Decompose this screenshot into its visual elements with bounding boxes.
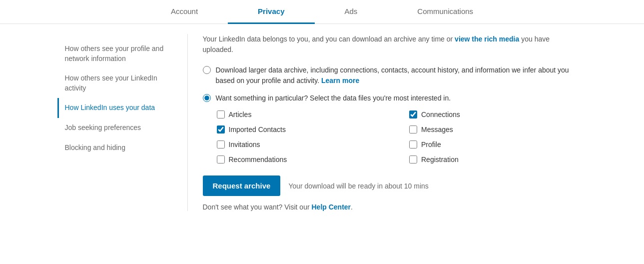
checkbox-item-invitations: Invitations [217,140,390,148]
checkboxes-grid: Articles Connections Imported Contacts M… [217,110,582,164]
checkbox-item-recommendations: Recommendations [217,156,390,164]
radio-particular-data[interactable] [203,94,211,102]
radio-larger-archive-text: Download larger data archive, including … [216,66,569,84]
top-nav: Account Privacy Ads Communications [0,0,644,24]
checkbox-item-connections: Connections [409,110,582,118]
sidebar-item-linkedin-activity[interactable]: How others see your LinkedIn activity [57,68,177,98]
radio-larger-archive-label[interactable]: Download larger data archive, including … [216,65,582,86]
checkbox-item-registration: Registration [409,156,582,164]
description-prefix: Your LinkedIn data belongs to you, and y… [203,35,455,43]
checkbox-messages-label[interactable]: Messages [421,126,453,134]
checkbox-connections[interactable] [409,110,417,118]
help-text-suffix: . [351,203,353,211]
page-layout: How others see your profile and network … [47,24,597,221]
rich-media-link[interactable]: view the rich media [455,35,519,43]
checkbox-item-imported-contacts: Imported Contacts [217,126,390,134]
request-archive-button[interactable]: Request archive [203,176,281,196]
checkbox-item-profile: Profile [409,140,582,148]
checkbox-connections-label[interactable]: Connections [421,110,460,118]
checkbox-imported-contacts[interactable] [217,126,225,134]
checkbox-articles[interactable] [217,110,225,118]
nav-item-ads[interactable]: Ads [315,0,388,24]
main-content: Your LinkedIn data belongs to you, and y… [187,34,597,211]
checkbox-registration-label[interactable]: Registration [421,156,459,164]
nav-item-privacy[interactable]: Privacy [228,0,314,24]
checkbox-registration[interactable] [409,156,417,164]
checkbox-invitations[interactable] [217,140,225,148]
radio-option-larger-archive: Download larger data archive, including … [203,65,582,86]
checkbox-item-messages: Messages [409,126,582,134]
help-text: Don't see what you want? Visit our Help … [203,203,582,211]
nav-item-communications[interactable]: Communications [387,0,503,24]
help-center-link[interactable]: Help Center [311,203,351,211]
checkbox-articles-label[interactable]: Articles [229,110,252,118]
checkbox-recommendations[interactable] [217,156,225,164]
action-row: Request archive Your download will be re… [203,176,582,196]
sidebar-item-blocking[interactable]: Blocking and hiding [57,138,177,158]
checkbox-recommendations-label[interactable]: Recommendations [229,156,287,164]
radio-particular-label[interactable]: Want something in particular? Select the… [216,93,451,104]
sidebar: How others see your profile and network … [47,34,187,211]
radio-option-particular: Want something in particular? Select the… [203,93,582,104]
radio-larger-archive[interactable] [203,66,211,74]
checkbox-profile[interactable] [409,140,417,148]
checkbox-messages[interactable] [409,126,417,134]
sidebar-item-linkedin-data[interactable]: How LinkedIn uses your data [57,98,177,118]
action-note: Your download will be ready in about 10 … [288,182,428,190]
help-text-prefix: Don't see what you want? Visit our [203,203,312,211]
checkbox-invitations-label[interactable]: Invitations [229,140,260,148]
nav-item-account[interactable]: Account [141,0,228,24]
sidebar-item-job-seeking[interactable]: Job seeking preferences [57,118,177,138]
checkbox-imported-contacts-label[interactable]: Imported Contacts [229,126,286,134]
description-text: Your LinkedIn data belongs to you, and y… [203,34,582,55]
checkbox-profile-label[interactable]: Profile [421,140,441,148]
sidebar-item-profile-visibility[interactable]: How others see your profile and network … [57,39,177,68]
checkbox-item-articles: Articles [217,110,390,118]
learn-more-link[interactable]: Learn more [321,76,359,84]
